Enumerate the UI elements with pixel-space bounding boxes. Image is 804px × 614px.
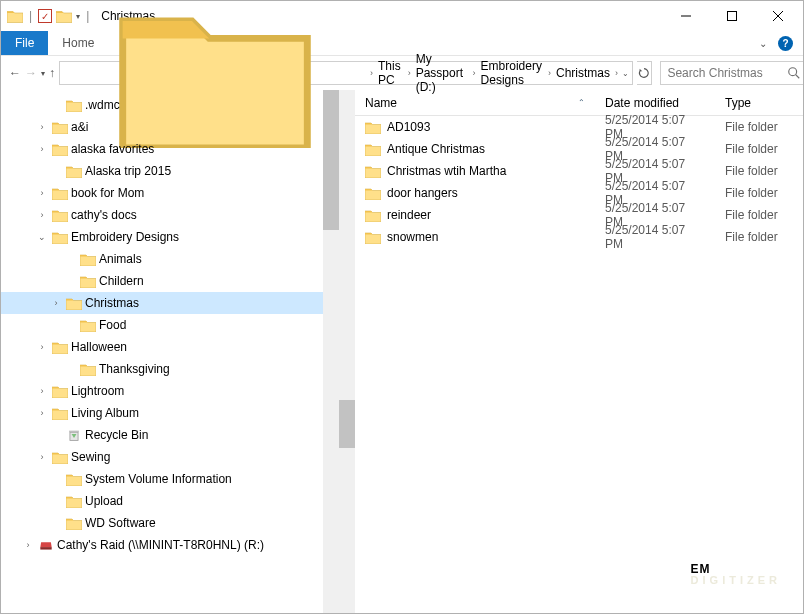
up-button[interactable]: ↑ xyxy=(49,61,55,85)
chevron-right-icon[interactable]: › xyxy=(406,68,413,78)
crumb-folder-2[interactable]: Christmas xyxy=(553,62,613,84)
tree-item[interactable]: Childern xyxy=(1,270,339,292)
expander-icon[interactable]: › xyxy=(35,210,49,220)
expander-icon[interactable]: › xyxy=(35,122,49,132)
list-scroll-thumb[interactable] xyxy=(339,400,355,448)
forward-button[interactable]: → xyxy=(25,61,37,85)
tree-item-label: Food xyxy=(99,318,126,332)
expander-icon[interactable]: ⌄ xyxy=(35,232,49,242)
list-item[interactable]: AD10935/25/2014 5:07 PMFile folder xyxy=(355,116,803,138)
back-button[interactable]: ← xyxy=(9,61,21,85)
address-bar[interactable]: › This PC › My Passport (D:) › Embroider… xyxy=(59,61,633,85)
tree-item[interactable]: ›Christmas xyxy=(1,292,339,314)
expander-icon[interactable]: › xyxy=(35,342,49,352)
tree-item[interactable]: ›Sewing xyxy=(1,446,339,468)
recent-locations-button[interactable]: ▾ xyxy=(41,61,45,85)
tree-item[interactable]: ›book for Mom xyxy=(1,182,339,204)
expander-icon[interactable]: › xyxy=(35,144,49,154)
tree-item[interactable]: Food xyxy=(1,314,339,336)
folder-icon xyxy=(51,404,69,422)
maximize-button[interactable] xyxy=(709,1,755,31)
tree-item[interactable]: ›Lightroom xyxy=(1,380,339,402)
expander-icon[interactable]: › xyxy=(49,298,63,308)
chevron-right-icon[interactable]: › xyxy=(613,68,620,78)
tree-item[interactable]: ›cathy's docs xyxy=(1,204,339,226)
tree-item[interactable]: Upload xyxy=(1,490,339,512)
tree-item[interactable]: Thanksgiving xyxy=(1,358,339,380)
qat-properties-icon[interactable]: ✓ xyxy=(38,9,52,23)
tree-item-label: Animals xyxy=(99,252,142,266)
tree-item[interactable]: Alaska trip 2015 xyxy=(1,160,339,182)
folder-icon xyxy=(365,143,381,156)
expander-icon[interactable]: › xyxy=(35,452,49,462)
tree-item[interactable]: ›Cathy's Raid (\\MININT-T8R0HNL) (R:) xyxy=(1,534,339,556)
chevron-right-icon[interactable]: › xyxy=(546,68,553,78)
tree-item-label: Cathy's Raid (\\MININT-T8R0HNL) (R:) xyxy=(57,538,264,552)
recycle-icon xyxy=(65,426,83,444)
column-date[interactable]: Date modified xyxy=(595,96,715,110)
address-history-button[interactable]: ⌄ xyxy=(620,62,630,84)
tree-item-label: .wdmc xyxy=(85,98,120,112)
file-type: File folder xyxy=(715,164,803,178)
list-item[interactable]: reindeer5/25/2014 5:07 PMFile folder xyxy=(355,204,803,226)
folder-icon xyxy=(51,206,69,224)
tree-item[interactable]: ›Living Album xyxy=(1,402,339,424)
tree-item[interactable]: .wdmc xyxy=(1,94,339,116)
tab-file[interactable]: File xyxy=(1,31,48,55)
folder-icon xyxy=(51,338,69,356)
crumb-this-pc[interactable]: This PC xyxy=(375,62,406,84)
file-name: reindeer xyxy=(387,208,431,222)
list-item[interactable]: Christmas wtih Martha5/25/2014 5:07 PMFi… xyxy=(355,160,803,182)
refresh-button[interactable] xyxy=(637,61,652,85)
tree-item-label: Upload xyxy=(85,494,123,508)
crumb-drive[interactable]: My Passport (D:) xyxy=(413,62,471,84)
list-scrollbar-left[interactable] xyxy=(339,90,355,613)
search-input[interactable] xyxy=(667,66,787,80)
file-list[interactable]: Name⌃ Date modified Type AD10935/25/2014… xyxy=(355,90,803,613)
folder-icon xyxy=(51,448,69,466)
expander-icon[interactable]: › xyxy=(21,540,35,550)
folder-icon xyxy=(51,140,69,158)
chevron-right-icon[interactable]: › xyxy=(471,68,478,78)
search-box[interactable] xyxy=(660,61,804,85)
tree-item[interactable]: ⌄Embroidery Designs xyxy=(1,226,339,248)
tree-item-label: System Volume Information xyxy=(85,472,232,486)
tree-item-label: Sewing xyxy=(71,450,110,464)
file-type: File folder xyxy=(715,230,803,244)
drive-icon xyxy=(37,536,55,554)
folder-icon xyxy=(365,209,381,222)
expander-icon[interactable]: › xyxy=(35,188,49,198)
tree-item[interactable]: WD Software xyxy=(1,512,339,534)
column-name[interactable]: Name⌃ xyxy=(355,96,595,110)
tree-item-label: Halloween xyxy=(71,340,127,354)
chevron-right-icon[interactable]: › xyxy=(368,68,375,78)
file-name: snowmen xyxy=(387,230,438,244)
folder-icon xyxy=(65,294,83,312)
tree-item[interactable]: System Volume Information xyxy=(1,468,339,490)
minimize-button[interactable] xyxy=(663,1,709,31)
tree-item[interactable]: ›Halloween xyxy=(1,336,339,358)
ribbon-expand-icon[interactable]: ⌄ xyxy=(756,38,770,49)
folder-icon xyxy=(65,492,83,510)
tree-item[interactable]: ›a&i xyxy=(1,116,339,138)
list-item[interactable]: door hangers5/25/2014 5:07 PMFile folder xyxy=(355,182,803,204)
crumb-folder-1[interactable]: Embroidery Designs xyxy=(478,62,546,84)
tree-item-label: a&i xyxy=(71,120,88,134)
expander-icon[interactable]: › xyxy=(35,408,49,418)
tree-scroll-thumb[interactable] xyxy=(323,90,339,230)
list-item[interactable]: Antique Christmas5/25/2014 5:07 PMFile f… xyxy=(355,138,803,160)
tree-item-label: Alaska trip 2015 xyxy=(85,164,171,178)
expander-icon[interactable]: › xyxy=(35,386,49,396)
tree-item[interactable]: ›alaska favorites xyxy=(1,138,339,160)
tree-item[interactable]: Animals xyxy=(1,248,339,270)
tree-item[interactable]: Recycle Bin xyxy=(1,424,339,446)
folder-icon xyxy=(51,228,69,246)
help-button[interactable]: ? xyxy=(778,36,793,51)
column-type[interactable]: Type xyxy=(715,96,803,110)
tree-scrollbar[interactable] xyxy=(323,90,339,613)
navigation-tree[interactable]: .wdmc›a&i›alaska favoritesAlaska trip 20… xyxy=(1,90,339,613)
tree-item-label: Recycle Bin xyxy=(85,428,148,442)
close-button[interactable] xyxy=(755,1,801,31)
list-item[interactable]: snowmen5/25/2014 5:07 PMFile folder xyxy=(355,226,803,248)
tree-item-label: Living Album xyxy=(71,406,139,420)
